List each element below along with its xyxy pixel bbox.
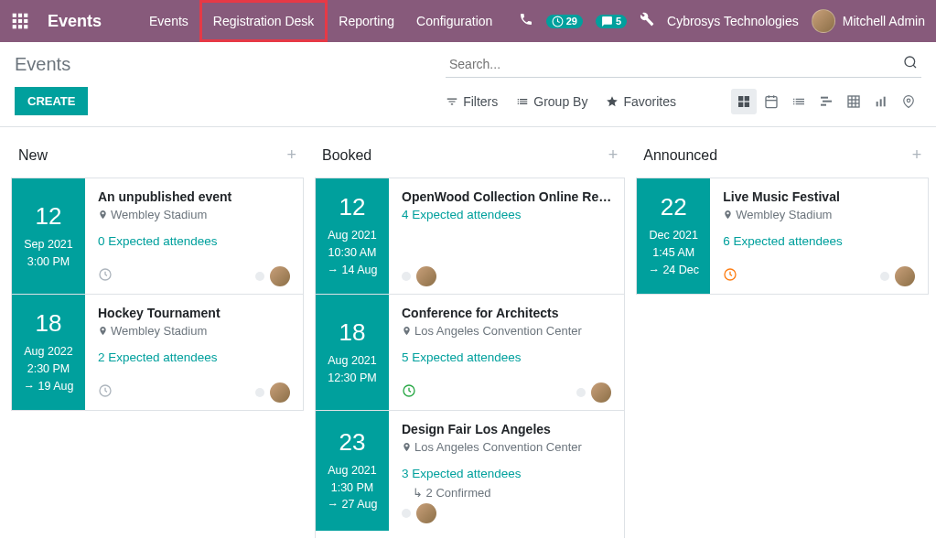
card-location: Wembley Stadium xyxy=(98,208,290,221)
svg-rect-14 xyxy=(745,102,749,106)
kanban-card[interactable]: 23Aug 20211:30 PM→ 27 AugDesign Fair Los… xyxy=(315,410,625,532)
card-attendees[interactable]: 6 Expected attendees xyxy=(723,234,915,248)
kanban-card[interactable]: 22Dec 20211:45 AM→ 24 DecLive Music Fest… xyxy=(636,178,929,295)
owner-avatar[interactable] xyxy=(895,266,915,286)
view-map-button[interactable] xyxy=(896,89,921,114)
create-button[interactable]: CREATE xyxy=(15,87,88,115)
svg-rect-27 xyxy=(877,102,878,106)
card-location: Los Angeles Convention Center xyxy=(402,440,611,454)
priority-dot[interactable] xyxy=(402,509,411,518)
clock-icon[interactable] xyxy=(723,267,737,285)
svg-rect-19 xyxy=(821,96,828,98)
search-icon[interactable] xyxy=(903,55,918,73)
user-name: Mitchell Admin xyxy=(843,14,925,28)
add-card-button[interactable]: + xyxy=(608,145,619,165)
svg-rect-11 xyxy=(738,96,743,101)
svg-rect-12 xyxy=(745,96,749,101)
column-title: Booked xyxy=(322,147,371,164)
column-title: Announced xyxy=(643,147,717,164)
view-graph-button[interactable] xyxy=(868,89,894,114)
add-card-button[interactable]: + xyxy=(912,145,922,165)
favorites-label: Favorites xyxy=(623,94,676,109)
view-kanban-button[interactable] xyxy=(731,89,757,114)
filters-label: Filters xyxy=(463,94,498,109)
owner-avatar[interactable] xyxy=(270,382,290,403)
card-date: 18Aug 202112:30 PM xyxy=(316,295,389,410)
priority-dot[interactable] xyxy=(402,272,411,281)
svg-rect-21 xyxy=(821,103,826,105)
groupby-button[interactable]: Group By xyxy=(516,94,587,109)
svg-point-10 xyxy=(905,57,915,67)
clock-icon[interactable] xyxy=(402,383,416,402)
column-title: New xyxy=(18,147,48,164)
card-location: Wembley Stadium xyxy=(98,324,290,338)
card-title: Hockey Tournament xyxy=(98,306,290,320)
brand-title[interactable]: Events xyxy=(48,12,102,31)
card-location: Los Angeles Convention Center xyxy=(402,324,611,338)
svg-rect-13 xyxy=(738,102,743,106)
card-date: 12Aug 202110:30 AM→ 14 Aug xyxy=(316,178,389,294)
groupby-label: Group By xyxy=(533,94,587,109)
nav-item-reporting[interactable]: Reporting xyxy=(328,0,405,42)
svg-rect-29 xyxy=(884,96,886,106)
svg-rect-0 xyxy=(13,14,16,17)
owner-avatar[interactable] xyxy=(416,503,436,523)
card-attendees[interactable]: 3 Expected attendees xyxy=(402,467,611,480)
activity-count: 29 xyxy=(566,16,577,27)
svg-rect-8 xyxy=(24,25,27,28)
owner-avatar[interactable] xyxy=(416,266,436,286)
clock-icon[interactable] xyxy=(98,383,113,402)
svg-rect-7 xyxy=(18,25,22,28)
tools-icon[interactable] xyxy=(640,12,654,30)
svg-rect-20 xyxy=(823,100,832,102)
activity-badge[interactable]: 29 xyxy=(546,15,583,28)
nav-item-events[interactable]: Events xyxy=(138,0,199,42)
view-gantt-button[interactable] xyxy=(813,89,839,114)
user-menu[interactable]: Mitchell Admin xyxy=(812,9,925,33)
view-calendar-button[interactable] xyxy=(758,89,784,114)
clock-icon[interactable] xyxy=(98,267,113,285)
search-input[interactable] xyxy=(446,51,921,78)
priority-dot[interactable] xyxy=(255,388,264,397)
svg-rect-28 xyxy=(880,99,882,106)
nav-item-registration-desk[interactable]: Registration Desk xyxy=(199,0,328,42)
kanban-card[interactable]: 12Aug 202110:30 AM→ 14 AugOpenWood Colle… xyxy=(315,178,625,295)
company-name[interactable]: Cybrosys Technologies xyxy=(667,14,799,28)
card-attendees[interactable]: 4 Expected attendees xyxy=(402,208,611,221)
card-attendees[interactable]: 0 Expected attendees xyxy=(98,234,290,248)
avatar xyxy=(812,9,835,33)
card-confirmed: ↳ 2 Confirmed xyxy=(413,486,611,500)
kanban-card[interactable]: 12Sep 20213:00 PMAn unpublished eventWem… xyxy=(11,178,304,295)
card-attendees[interactable]: 5 Expected attendees xyxy=(402,350,611,364)
priority-dot[interactable] xyxy=(880,272,889,281)
svg-rect-4 xyxy=(18,19,22,23)
view-pivot-button[interactable] xyxy=(841,89,866,114)
topbar: Events EventsRegistration DeskReportingC… xyxy=(0,0,936,42)
chat-badge[interactable]: 5 xyxy=(596,15,627,28)
nav-item-configuration[interactable]: Configuration xyxy=(405,0,503,42)
svg-point-30 xyxy=(907,99,910,102)
phone-icon[interactable] xyxy=(519,12,533,30)
filters-button[interactable]: Filters xyxy=(446,94,498,109)
card-title: OpenWood Collection Online Re… xyxy=(402,189,611,204)
card-date: 12Sep 20213:00 PM xyxy=(12,178,85,294)
svg-rect-15 xyxy=(766,96,777,107)
kanban-card[interactable]: 18Aug 202112:30 PMConference for Archite… xyxy=(315,294,625,411)
view-list-button[interactable] xyxy=(786,89,812,114)
add-card-button[interactable]: + xyxy=(286,145,296,165)
card-title: Live Music Festival xyxy=(723,189,915,204)
apps-icon[interactable] xyxy=(11,12,29,30)
svg-rect-6 xyxy=(13,25,16,28)
svg-rect-2 xyxy=(24,14,27,17)
card-date: 23Aug 20211:30 PM→ 27 Aug xyxy=(316,411,389,531)
owner-avatar[interactable] xyxy=(591,382,611,403)
card-attendees[interactable]: 2 Expected attendees xyxy=(98,350,290,364)
svg-rect-5 xyxy=(24,19,27,23)
priority-dot[interactable] xyxy=(255,272,264,281)
priority-dot[interactable] xyxy=(576,388,586,397)
kanban-card[interactable]: 18Aug 20222:30 PM→ 19 AugHockey Tourname… xyxy=(11,294,304,411)
svg-rect-1 xyxy=(18,14,22,17)
owner-avatar[interactable] xyxy=(270,266,290,286)
card-location: Wembley Stadium xyxy=(723,208,915,221)
favorites-button[interactable]: Favorites xyxy=(606,94,676,109)
